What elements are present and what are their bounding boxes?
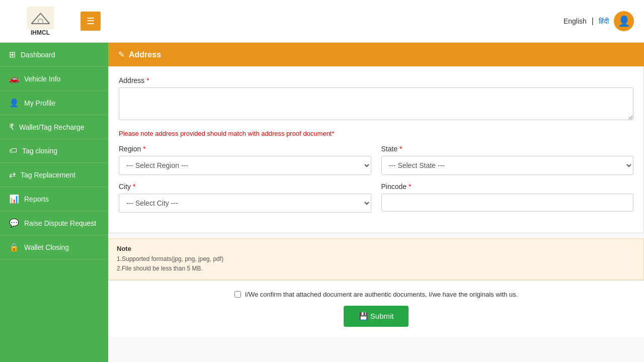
state-label: State * <box>381 145 634 153</box>
region-required: * <box>143 145 145 153</box>
state-col: State * --- Select State --- <box>381 145 634 175</box>
note-box: Note 1.Supported formats(jpg, png, jpeg,… <box>108 238 644 280</box>
logo-text: IHMCL <box>31 29 50 36</box>
user-avatar[interactable]: 👤 <box>614 11 634 31</box>
pincode-col: Pincode * <box>381 183 634 213</box>
address-textarea[interactable] <box>119 87 633 120</box>
sidebar-item-tag-replacement[interactable]: ⇄ Tag Replacement <box>0 163 108 187</box>
vehicle-icon: 🚗 <box>9 74 19 83</box>
note-title: Note <box>117 245 635 252</box>
address-label: Address * <box>119 76 633 84</box>
header: IHMCL ☰ English | हिंदी 👤 <box>0 0 644 43</box>
section-title: Address <box>129 50 161 59</box>
region-col: Region * --- Select Region --- <box>119 145 371 175</box>
submit-button[interactable]: 💾 Submit <box>344 306 409 327</box>
sidebar-label-wallet-recharge: Wallet/Tag Recharge <box>19 123 84 131</box>
dashboard-icon: ⊞ <box>9 50 16 59</box>
sidebar-label-tag-replacement: Tag Replacement <box>21 171 75 179</box>
address-required: * <box>146 76 149 84</box>
layout: ⊞ Dashboard 🚗 Vehicle Info 👤 My Profile … <box>0 0 644 362</box>
lock-icon: 🔒 <box>9 242 19 252</box>
confirm-row: I/We confirm that attached document are … <box>118 291 634 298</box>
region-select[interactable]: --- Select Region --- <box>119 156 371 175</box>
dispute-icon: 💬 <box>9 218 19 228</box>
header-left: IHMCL ☰ <box>10 7 101 36</box>
address-group: Address * <box>119 76 633 122</box>
region-state-row: Region * --- Select Region --- State * -… <box>119 145 633 175</box>
tag-icon: 🏷 <box>9 146 17 155</box>
city-pincode-row: City * --- Select City --- Pincode * <box>119 183 633 213</box>
note-item-2: 2.File should be less than 5 MB. <box>117 264 635 274</box>
profile-icon: 👤 <box>9 98 19 108</box>
address-section-header: ✎ Address <box>108 43 644 66</box>
header-right: English | हिंदी 👤 <box>564 11 634 31</box>
wallet-icon: ₹ <box>9 122 14 132</box>
sidebar-item-wallet-recharge[interactable]: ₹ Wallet/Tag Recharge <box>0 115 108 139</box>
hamburger-button[interactable]: ☰ <box>80 12 101 31</box>
note-item-1: 1.Supported formats(jpg, png, jpeg, pdf) <box>117 254 635 264</box>
pincode-input[interactable] <box>381 194 634 212</box>
reports-icon: 📊 <box>9 194 19 204</box>
submit-label: Submit <box>370 312 394 320</box>
language-english[interactable]: English <box>564 17 587 25</box>
sidebar-label-my-profile: My Profile <box>24 99 55 107</box>
pincode-required: * <box>409 183 411 191</box>
confirm-text: I/We confirm that attached document are … <box>245 291 518 298</box>
lang-separator: | <box>592 17 594 26</box>
sidebar: ⊞ Dashboard 🚗 Vehicle Info 👤 My Profile … <box>0 43 108 362</box>
main-content: ✎ Address Address * Please note address … <box>108 43 644 362</box>
submit-icon: 💾 <box>359 312 368 320</box>
sidebar-label-wallet-closing: Wallet Closing <box>24 243 69 251</box>
city-required: * <box>133 183 135 191</box>
tag-replacement-icon: ⇄ <box>9 170 16 179</box>
footer-area: I/We confirm that attached document are … <box>108 280 644 337</box>
sidebar-item-dashboard[interactable]: ⊞ Dashboard <box>0 43 108 67</box>
confirm-checkbox[interactable] <box>234 291 241 298</box>
sidebar-label-dashboard: Dashboard <box>21 51 55 59</box>
sidebar-label-reports: Reports <box>24 195 49 203</box>
sidebar-label-tag-closing: Tag closing <box>22 147 57 155</box>
pincode-label: Pincode * <box>381 183 634 191</box>
state-select[interactable]: --- Select State --- <box>381 156 634 175</box>
edit-icon: ✎ <box>118 50 125 59</box>
sidebar-item-vehicle-info[interactable]: 🚗 Vehicle Info <box>0 67 108 91</box>
user-icon: 👤 <box>618 15 630 27</box>
sidebar-item-tag-closing[interactable]: 🏷 Tag closing <box>0 139 108 163</box>
sidebar-label-raise-dispute: Raise Dispute Request <box>24 219 96 227</box>
city-col: City * --- Select City --- <box>119 183 371 213</box>
city-label: City * <box>119 183 371 191</box>
sidebar-item-my-profile[interactable]: 👤 My Profile <box>0 91 108 115</box>
sidebar-item-raise-dispute[interactable]: 💬 Raise Dispute Request <box>0 211 108 235</box>
address-form: Address * Please note address provided s… <box>108 66 644 233</box>
address-note: Please note address provided should matc… <box>119 130 633 137</box>
region-label: Region * <box>119 145 371 153</box>
language-hindi[interactable]: हिंदी <box>599 17 609 26</box>
state-required: * <box>399 145 402 153</box>
city-select[interactable]: --- Select City --- <box>119 194 371 213</box>
sidebar-label-vehicle-info: Vehicle Info <box>24 75 60 83</box>
svg-rect-0 <box>27 7 54 29</box>
sidebar-item-reports[interactable]: 📊 Reports <box>0 187 108 211</box>
logo-icon <box>27 7 54 29</box>
sidebar-item-wallet-closing[interactable]: 🔒 Wallet Closing <box>0 235 108 259</box>
logo-area: IHMCL <box>10 7 70 36</box>
